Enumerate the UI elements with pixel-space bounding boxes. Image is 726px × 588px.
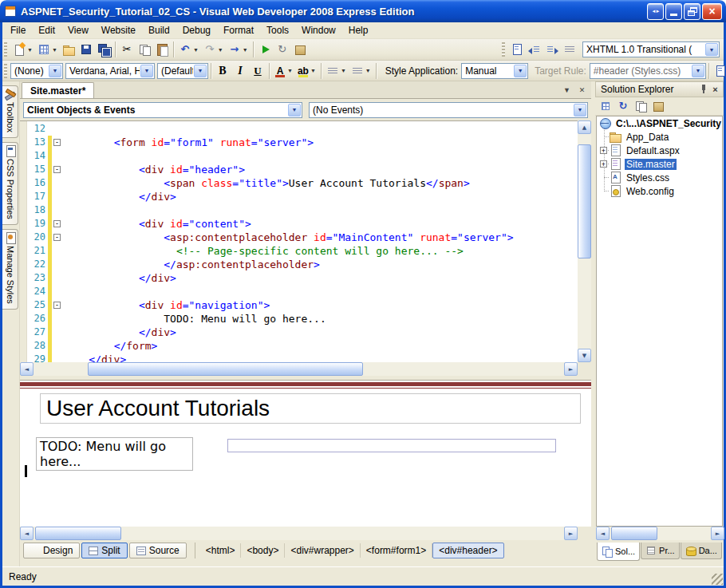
scroll-up-button[interactable]: ▲: [578, 120, 591, 134]
chevron-down-icon[interactable]: ▼: [49, 65, 61, 77]
refresh-button[interactable]: ↻: [274, 41, 291, 58]
cut-button[interactable]: ✂: [118, 41, 136, 58]
scroll-right-button[interactable]: ►: [564, 362, 578, 376]
tag-html[interactable]: <html>: [200, 543, 242, 558]
source-code-view[interactable]: 1213- <form id="form1" runat="server">14…: [20, 120, 578, 362]
increase-indent-button[interactable]: [543, 41, 561, 58]
design-navigation-div[interactable]: TODO: Menu will go here...: [36, 437, 193, 471]
undo-button[interactable]: ↶▼: [176, 41, 201, 58]
menu-item-help[interactable]: Help: [342, 23, 375, 37]
copy-button[interactable]: [136, 41, 153, 58]
tree-item-styles-css[interactable]: Styles.css: [597, 171, 722, 184]
design-horizontal-scrollbar[interactable]: ◄ ►: [20, 527, 591, 540]
chevron-down-icon[interactable]: ▼: [705, 43, 718, 56]
target-rule-select[interactable]: #header (Styles.css) ▼: [590, 63, 706, 79]
style-application-select[interactable]: Manual ▼: [461, 63, 528, 79]
bullet-list-button[interactable]: ▼: [349, 62, 373, 80]
horizontal-scroll-thumb[interactable]: [35, 527, 121, 540]
window-arrows-button[interactable]: ◄►: [647, 3, 664, 20]
refresh-button[interactable]: ↻: [614, 98, 632, 114]
aspnet-configuration-button[interactable]: [649, 98, 667, 114]
menu-item-build[interactable]: Build: [142, 23, 176, 37]
new-website-button[interactable]: ▼: [10, 41, 35, 58]
vertical-scroll-thumb[interactable]: [578, 144, 591, 258]
new-style-button[interactable]: [712, 62, 726, 80]
fold-toggle-icon[interactable]: -: [53, 302, 61, 309]
chevron-down-icon[interactable]: ▼: [288, 104, 301, 116]
horizontal-scroll-thumb[interactable]: [88, 362, 363, 376]
source-view-button[interactable]: Source: [129, 543, 187, 558]
redo-button[interactable]: ↷▼: [201, 41, 226, 58]
scroll-left-button[interactable]: ◄: [20, 527, 34, 540]
chevron-down-icon[interactable]: ▼: [140, 65, 153, 77]
tree-item-app-data[interactable]: App_Data: [597, 130, 722, 144]
italic-button[interactable]: I: [231, 62, 249, 80]
tag-body[interactable]: <body>: [241, 543, 285, 558]
scroll-left-button[interactable]: ◄: [596, 527, 610, 540]
active-files-dropdown-button[interactable]: ▼: [561, 84, 573, 96]
target-style-select[interactable]: (None) ▼: [10, 63, 63, 79]
chevron-down-icon[interactable]: ▼: [574, 104, 586, 116]
tag-div-wrapper[interactable]: <div#wrapper>: [285, 543, 360, 558]
horizontal-scroll-thumb[interactable]: [611, 527, 657, 540]
navigate-button[interactable]: →▼: [226, 41, 251, 58]
chevron-down-icon[interactable]: ▼: [514, 65, 527, 77]
sidebar-tab-toolbox[interactable]: Toolbox: [2, 85, 18, 138]
document-outline-button[interactable]: [508, 41, 526, 58]
font-color-button[interactable]: A▼: [272, 62, 295, 80]
save-all-button[interactable]: [95, 41, 112, 58]
close-document-button[interactable]: ✕: [576, 84, 588, 96]
menu-item-format[interactable]: Format: [217, 23, 260, 37]
menu-item-edit[interactable]: Edit: [32, 23, 61, 37]
auto-hide-pin-button[interactable]: [697, 84, 709, 95]
copy-website-button[interactable]: [632, 98, 649, 114]
menu-item-website[interactable]: Website: [95, 23, 142, 37]
bold-button[interactable]: B: [214, 62, 231, 80]
scroll-right-button[interactable]: ►: [711, 527, 724, 540]
menu-item-window[interactable]: Window: [295, 23, 342, 37]
tab-database-explorer[interactable]: Da...: [681, 543, 722, 559]
design-view[interactable]: User Account Tutorials TODO: Menu will g…: [20, 380, 591, 527]
menu-item-view[interactable]: View: [61, 23, 95, 37]
font-size-select[interactable]: (Default) ▼: [157, 63, 208, 79]
toolbar-grip[interactable]: [4, 42, 7, 57]
tree-item-project-root[interactable]: C:\...\ASPNET_Security: [597, 116, 722, 130]
tree-item-site-master[interactable]: + Site.master: [597, 157, 722, 171]
tab-properties[interactable]: Pr...: [641, 543, 680, 559]
open-file-button[interactable]: [60, 41, 77, 58]
sidebar-tab-css-properties[interactable]: CSS Properties: [2, 142, 18, 225]
design-view-button[interactable]: Design: [23, 543, 80, 558]
design-header-div[interactable]: User Account Tutorials: [40, 393, 581, 424]
paste-button[interactable]: [153, 41, 171, 58]
split-view-button[interactable]: Split: [81, 543, 127, 558]
fold-toggle-icon[interactable]: -: [53, 139, 61, 146]
resize-grip[interactable]: [712, 574, 723, 585]
object-dropdown[interactable]: Client Objects & Events ▼: [23, 102, 302, 118]
toolbar-grip[interactable]: [502, 42, 505, 57]
save-button[interactable]: [77, 41, 95, 58]
highlight-button[interactable]: ab▼: [295, 62, 318, 80]
menu-item-debug[interactable]: Debug: [176, 23, 217, 37]
menu-item-tools[interactable]: Tools: [260, 23, 295, 37]
alignment-button[interactable]: ▼: [324, 62, 349, 80]
properties-button[interactable]: [597, 98, 614, 114]
panel-horizontal-scrollbar[interactable]: ◄ ►: [596, 527, 724, 540]
toolbar-grip[interactable]: [4, 64, 7, 78]
chevron-down-icon[interactable]: ▼: [692, 65, 704, 77]
tree-item-default-aspx[interactable]: + Default.aspx: [597, 144, 722, 157]
sidebar-tab-manage-styles[interactable]: Manage Styles: [2, 229, 18, 310]
scroll-left-button[interactable]: ◄: [20, 362, 34, 376]
fold-toggle-icon[interactable]: -: [53, 220, 61, 227]
tab-solution-explorer[interactable]: Sol...: [597, 543, 640, 561]
decrease-indent-button[interactable]: [526, 41, 543, 58]
tag-form-form1[interactable]: <form#form1>: [361, 543, 432, 558]
minimize-button[interactable]: [665, 3, 682, 20]
font-family-select[interactable]: Verdana, Arial, Hel ▼: [65, 63, 155, 79]
add-new-item-button[interactable]: ▼: [35, 41, 60, 58]
event-dropdown[interactable]: (No Events) ▼: [309, 102, 588, 118]
design-contentplaceholder[interactable]: [227, 439, 556, 452]
menu-item-file[interactable]: File: [4, 23, 32, 37]
solution-explorer-header[interactable]: Solution Explorer ×: [595, 81, 724, 97]
fold-toggle-icon[interactable]: -: [53, 166, 61, 173]
scroll-right-button[interactable]: ►: [564, 527, 578, 540]
